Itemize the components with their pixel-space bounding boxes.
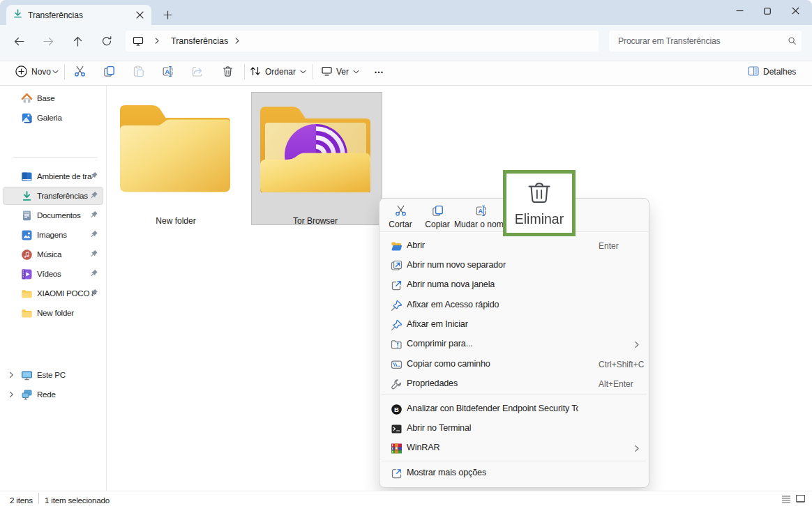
svg-text:A: A <box>478 208 483 215</box>
svg-text:B: B <box>394 405 399 413</box>
svg-text:A: A <box>165 68 170 75</box>
